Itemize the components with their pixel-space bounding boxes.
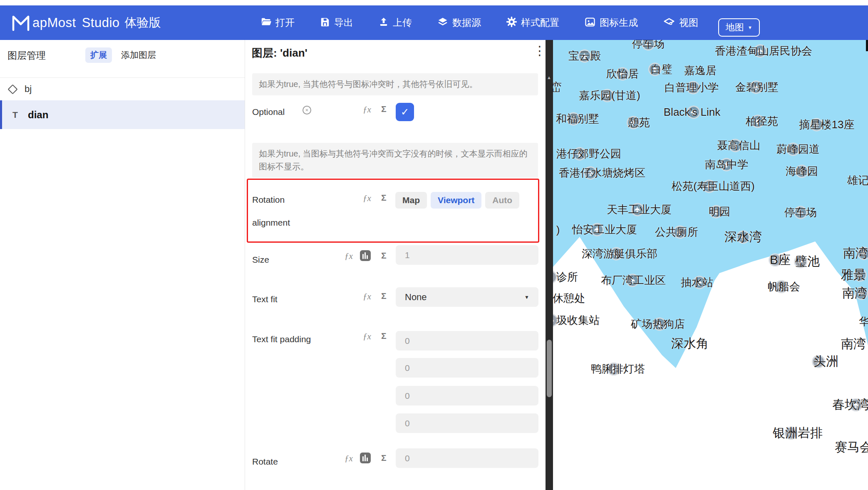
map-label: ✈停车场 bbox=[632, 40, 665, 51]
map-label: ✈港仔郊野公园 bbox=[556, 147, 621, 161]
bar-chart-icon[interactable] bbox=[360, 453, 371, 463]
extension-badge[interactable]: 扩展 bbox=[85, 47, 112, 63]
map-label: ✈松苑(寿臣山道西) bbox=[672, 179, 754, 194]
map-mode-dropdown[interactable]: 地图 ▼ bbox=[718, 18, 760, 37]
layer-item-dian[interactable]: T dian bbox=[0, 100, 247, 129]
layer-item-bj[interactable]: bj bbox=[0, 78, 245, 100]
fx-icon[interactable]: ƒx bbox=[345, 251, 353, 261]
map-label-text: 欣怡居 bbox=[606, 67, 639, 80]
fx-icon[interactable]: ƒx bbox=[363, 193, 371, 204]
map-label-text: 深水湾 bbox=[724, 230, 762, 244]
map-label: ✈帆船会 bbox=[768, 279, 800, 294]
sigma-icon[interactable]: Σ bbox=[381, 453, 387, 463]
rotation-option-auto[interactable]: Auto bbox=[485, 192, 519, 209]
size-label: Size bbox=[252, 255, 269, 265]
fx-icon[interactable]: ƒx bbox=[363, 104, 371, 115]
map-label: 南湾 bbox=[841, 336, 866, 353]
kebab-menu-icon[interactable]: ⋮ bbox=[533, 43, 546, 58]
panel-title: 图层: 'dian' bbox=[252, 46, 308, 60]
sigma-icon[interactable]: Σ bbox=[381, 251, 387, 261]
sigma-icon[interactable]: Σ bbox=[381, 104, 387, 114]
navbar-menu: 打开导出上传数据源样式配置图标生成视图 bbox=[260, 5, 698, 40]
nav-item-datasource[interactable]: 数据源 bbox=[437, 16, 481, 30]
text-fit-select[interactable]: None ▼ bbox=[396, 287, 538, 307]
rotation-option-map[interactable]: Map bbox=[395, 192, 427, 209]
map-label: ✈欣怡居 bbox=[606, 67, 639, 81]
map-label-text: 帆船会 bbox=[768, 280, 800, 293]
text-fit-padding-input-2[interactable] bbox=[396, 358, 538, 378]
rotate-input[interactable] bbox=[396, 448, 538, 468]
map-label: ✈深水湾 bbox=[724, 229, 762, 246]
map-label-text: 嘉乐园(甘道) bbox=[579, 89, 640, 102]
map-label-text: 春坎湾 bbox=[832, 398, 868, 411]
map-label: ✈Black's Link bbox=[664, 106, 720, 119]
optional-label: Optional bbox=[252, 107, 285, 117]
text-fit-padding-input-1[interactable] bbox=[396, 331, 538, 351]
map-label-text: 宝云殿 bbox=[568, 50, 601, 62]
sigma-icon[interactable]: Σ bbox=[381, 291, 387, 301]
map-label-text: 华 bbox=[859, 315, 868, 328]
image-icon bbox=[584, 16, 596, 30]
map-label: ✈矿场热狗店 bbox=[631, 317, 685, 331]
add-layer-button[interactable]: 添加图层 bbox=[121, 49, 156, 61]
logo-m-icon bbox=[10, 11, 32, 35]
map-label: ✈怡安工业大厦 bbox=[572, 222, 637, 237]
text-layer-icon: T bbox=[12, 110, 25, 120]
map-label: ✈银洲岩排 bbox=[773, 425, 823, 442]
map-label-text: 憩苑 bbox=[628, 116, 650, 129]
nav-item-upload[interactable]: 上传 bbox=[378, 16, 412, 29]
nav-item-view[interactable]: 视图 bbox=[663, 16, 698, 30]
scroll-up-icon[interactable]: ▲ bbox=[547, 75, 551, 80]
gear-icon bbox=[506, 16, 517, 29]
map-label: ✈雅景 bbox=[841, 266, 866, 284]
map-label: ✈南湾 bbox=[843, 245, 868, 262]
info-text-optional: 如果为true, 当其他符号与图标冲突时，其他符号依旧可见。 bbox=[252, 73, 538, 95]
brand-edition: 体验版 bbox=[125, 15, 161, 31]
fx-icon[interactable]: ƒx bbox=[363, 291, 371, 302]
map-label-text: 香港仔水塘烧烤区 bbox=[559, 167, 645, 179]
map-label-text: 南岛中学 bbox=[705, 158, 748, 171]
map-mode-label: 地图 bbox=[726, 21, 744, 34]
layer-name: dian bbox=[28, 109, 48, 121]
map-label-text: 停车场 bbox=[632, 40, 665, 50]
nav-item-style-config[interactable]: 样式配置 bbox=[506, 16, 559, 29]
map-label-text: 深水角 bbox=[671, 336, 709, 350]
rotation-option-viewport[interactable]: Viewport bbox=[431, 192, 481, 209]
map-label: ✈和福别墅 bbox=[556, 112, 599, 126]
map-label: ✈嘉乐园(甘道) bbox=[579, 88, 640, 103]
top-navbar: apMost Studio 体验版 打开导出上传数据源样式配置图标生成视图 地图… bbox=[0, 5, 868, 40]
map-label: ) bbox=[556, 224, 560, 236]
shape-layer-icon bbox=[7, 84, 17, 94]
map-label: 赛马会 bbox=[835, 439, 868, 456]
chevron-down-icon: ▼ bbox=[748, 25, 752, 30]
map-label: ✈海峰园 bbox=[786, 164, 818, 179]
map-label: ✈圾收集站 bbox=[556, 313, 600, 328]
text-fit-padding-input-4[interactable] bbox=[396, 413, 538, 433]
upload-icon bbox=[378, 17, 389, 29]
sigma-icon[interactable]: Σ bbox=[381, 331, 387, 341]
fx-icon[interactable]: ƒx bbox=[363, 331, 371, 342]
size-input[interactable] bbox=[396, 245, 538, 265]
map-label: ✈南岛中学 bbox=[705, 157, 748, 172]
bar-chart-icon[interactable] bbox=[360, 250, 371, 261]
chevron-down-icon: ▼ bbox=[524, 295, 529, 300]
map-label: 深水角 bbox=[671, 335, 709, 352]
map-label-text: 松苑(寿臣山道西) bbox=[672, 180, 754, 192]
annotation-red-box bbox=[247, 179, 539, 243]
nav-item-icon-generate[interactable]: 图标生成 bbox=[584, 16, 638, 30]
nav-item-label: 样式配置 bbox=[521, 16, 559, 29]
panel-scrollbar[interactable]: ▲ bbox=[546, 40, 553, 490]
map-canvas[interactable]: ✈停车场✈宝云殿✈香港渣甸山居民协会✈欣怡居✈白璧嘉逸居峦✈嘉乐园(甘道)✈白普… bbox=[553, 40, 868, 490]
map-scroll-tick bbox=[866, 40, 868, 51]
scrollbar-thumb[interactable] bbox=[547, 340, 552, 397]
map-label-text: 白普理小学 bbox=[665, 81, 719, 94]
text-fit-padding-input-3[interactable] bbox=[396, 386, 538, 405]
text-fit-value: None bbox=[405, 292, 427, 303]
nav-item-open[interactable]: 打开 bbox=[260, 16, 295, 29]
nav-item-export[interactable]: 导出 bbox=[320, 16, 353, 29]
sigma-icon[interactable]: Σ bbox=[381, 193, 387, 203]
fx-icon[interactable]: ƒx bbox=[345, 453, 353, 464]
optional-checkbox[interactable]: ✓ bbox=[396, 103, 414, 121]
map-label-text: B座 bbox=[770, 253, 791, 266]
clear-circle-icon[interactable]: ✕ bbox=[303, 106, 311, 114]
